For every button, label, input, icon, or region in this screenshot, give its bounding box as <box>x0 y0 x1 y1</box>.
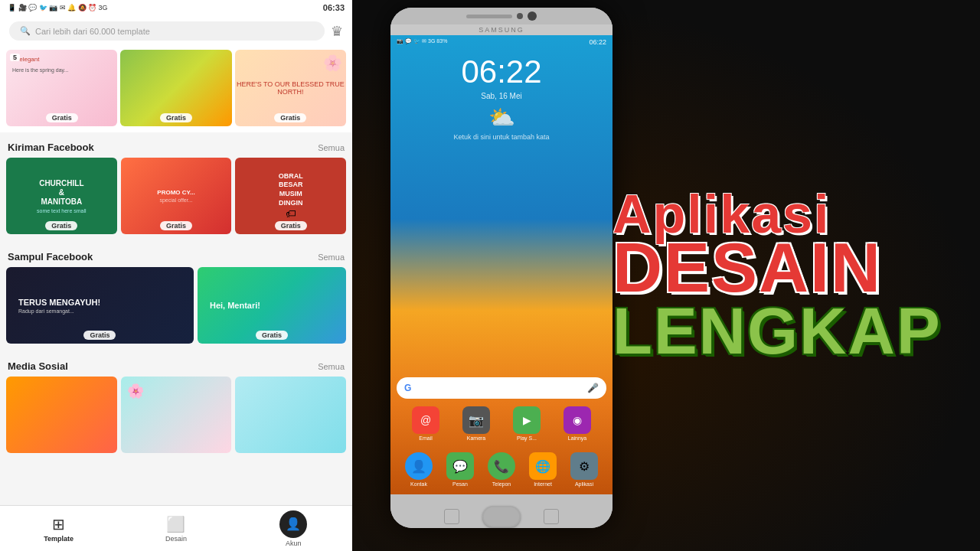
lock-icon-3g: 3G <box>428 38 435 44</box>
ms-card-3[interactable] <box>235 377 346 453</box>
sampul-facebook-cards: TERUS MENGAYUH! Radup dari semangat... G… <box>0 267 352 351</box>
pesan-label: Pesan <box>452 481 468 487</box>
desain-icon: ⬜ <box>166 515 185 533</box>
telepon-symbol: 📞 <box>494 459 509 474</box>
top-thumbnails-row: 5 ✿ elegant Here is the spring day... Gr… <box>0 47 352 132</box>
thumb-badge-2: Gratis <box>160 113 192 122</box>
lock-status-bar: 📷 💬 🐦 ✉ 3G 83% 06:22 <box>390 35 612 47</box>
playstore-symbol: ▶ <box>523 414 531 426</box>
nav-template[interactable]: ⊞ Template <box>0 515 117 543</box>
sampul-facebook-header: Sampul Facebook Semua <box>0 242 352 267</box>
kamera-symbol: 📷 <box>469 413 484 428</box>
lock-time-small: 06:22 <box>589 38 606 46</box>
lock-battery: 83% <box>436 38 447 44</box>
kiriman-facebook-semua[interactable]: Semua <box>318 143 345 152</box>
status-bar: 📱 🎥 💬 🐦 📷 ✉ 🔔 🔕 ⏰ 3G 06:33 <box>0 0 352 15</box>
search-input-wrap[interactable]: 🔍 Cari lebih dari 60.000 template <box>9 21 325 41</box>
template-scroll[interactable]: 5 ✿ elegant Here is the spring day... Gr… <box>0 47 352 494</box>
fb-card-3[interactable]: OBRALBESARMUSIMDINGIN 🏷 Gratis <box>235 158 346 234</box>
app-icons-row: @ Email 📷 Kamera ▶ Play S. <box>397 406 606 441</box>
akun-circle: 👤 <box>279 510 307 538</box>
sf-card-1-inner: TERUS MENGAYUH! Radup dari semangat... <box>12 273 188 337</box>
dock-kontak[interactable]: 👤 Kontak <box>405 452 433 487</box>
aplikasi-label: Aplikasi <box>575 481 593 487</box>
aplikasi-symbol: ⚙ <box>579 459 590 474</box>
menu-button[interactable] <box>544 509 559 524</box>
app-email[interactable]: @ Email <box>412 406 439 441</box>
app-playstore[interactable]: ▶ Play S... <box>513 406 541 441</box>
pesan-symbol: 💬 <box>452 459 468 474</box>
samsung-device: SAMSUNG 📷 💬 🐦 ✉ 3G 83% 06:22 06:22 Sab, … <box>390 8 612 528</box>
ketuk-text: Ketuk di sini untuk tambah kata <box>390 133 612 141</box>
fb-card-3-text: OBRALBESARMUSIMDINGIN <box>279 172 303 208</box>
kontak-symbol: 👤 <box>411 459 426 474</box>
kamera-label: Kamera <box>467 435 486 441</box>
playstore-icon: ▶ <box>513 406 541 434</box>
dock-pesan[interactable]: 💬 Pesan <box>446 452 474 487</box>
dock-aplikasi[interactable]: ⚙ Aplikasi <box>570 452 598 487</box>
dock-internet[interactable]: 🌐 Internet <box>529 452 557 487</box>
floral-icon: 🌸 <box>323 54 342 72</box>
samsung-top-bar <box>390 8 612 24</box>
thumb-badge-1: Gratis <box>46 113 78 122</box>
sf-card-2[interactable]: Hei, Mentari! Gratis <box>198 267 346 344</box>
media-sosial-semua[interactable]: Semua <box>318 362 345 371</box>
sf-card-1-sub: Radup dari semangat... <box>18 308 181 314</box>
sf-card-1[interactable]: TERUS MENGAYUH! Radup dari semangat... G… <box>6 267 194 344</box>
bottom-nav: ⊞ Template ⬜ Desain 👤 Akun <box>0 505 352 551</box>
google-g-logo: G <box>404 383 411 393</box>
back-button[interactable] <box>444 509 459 524</box>
right-panel: SAMSUNG 📷 💬 🐦 ✉ 3G 83% 06:22 06:22 Sab, … <box>352 0 980 551</box>
speaker-grille <box>466 15 512 18</box>
ms-card-2-inner: 🌸 <box>121 377 232 406</box>
kamera-icon: 📷 <box>462 406 490 434</box>
thumb-card-3[interactable]: HERE'S TO OUR BLESSED TRUE NORTH! 🌸 Grat… <box>235 50 346 126</box>
internet-symbol: 🌐 <box>535 459 550 474</box>
thumb-badge-num: 5 <box>10 54 20 61</box>
front-camera <box>517 13 523 19</box>
fb-card-2-text: PROMO CY... <box>157 189 194 196</box>
search-placeholder: Cari lebih dari 60.000 template <box>35 27 150 36</box>
nav-desain-label: Desain <box>165 535 187 543</box>
other-icon: ◉ <box>564 406 591 434</box>
google-search-bar[interactable]: G 🎤 <box>397 377 606 399</box>
nav-akun[interactable]: 👤 Akun <box>235 510 352 547</box>
sampul-facebook-semua[interactable]: Semua <box>318 253 345 262</box>
ms-card-1[interactable] <box>6 377 117 453</box>
media-sosial-title: Media Sosial <box>8 360 68 372</box>
fb-card-2-badge: Gratis <box>160 221 192 230</box>
sampul-facebook-title: Sampul Facebook <box>8 251 93 262</box>
internet-label: Internet <box>534 481 552 487</box>
nav-desain[interactable]: ⬜ Desain <box>117 515 234 543</box>
thumb-card-2[interactable]: Gratis <box>120 50 231 126</box>
samsung-bottom <box>390 494 612 528</box>
tag-icon: 🏷 <box>286 207 296 220</box>
kiriman-facebook-title: Kiriman Facebook <box>8 142 94 153</box>
kontak-label: Kontak <box>410 481 427 487</box>
sf-card-1-title: TERUS MENGAYUH! <box>18 298 181 307</box>
sf-card-2-badge: Gratis <box>256 331 288 340</box>
app-other[interactable]: ◉ Lainnya <box>564 406 591 441</box>
app-kamera[interactable]: 📷 Kamera <box>462 406 490 441</box>
fb-card-1[interactable]: CHURCHILL&MANITOBA some text here small … <box>6 158 117 234</box>
sf-card-2-title: Hei, Mentari! <box>210 301 334 310</box>
home-button[interactable] <box>482 506 521 527</box>
thumb-badge-3: Gratis <box>274 113 306 122</box>
dock-area: 👤 Kontak 💬 Pesan 📞 Telepon <box>390 452 612 487</box>
dock-telepon[interactable]: 📞 Telepon <box>488 452 515 487</box>
thumb-card-1[interactable]: 5 ✿ elegant Here is the spring day... Gr… <box>6 50 117 126</box>
lock-icon-mail: ✉ <box>422 38 426 44</box>
lock-status-icons: 📷 💬 🐦 ✉ 3G 83% <box>397 38 447 44</box>
telepon-icon: 📞 <box>488 452 515 480</box>
front-camera-2 <box>528 11 537 21</box>
fb-card-3-badge: Gratis <box>275 221 307 230</box>
nav-template-label: Template <box>44 535 74 543</box>
fb-card-2[interactable]: PROMO CY... special offer... Gratis <box>121 158 232 234</box>
app-area: G 🎤 @ Email 📷 Kamera <box>390 377 612 441</box>
flower-icon: 🌸 <box>127 383 144 399</box>
aplikasi-icon: ⚙ <box>570 452 598 480</box>
ms-card-2[interactable]: 🌸 <box>121 377 232 453</box>
fb-card-1-badge: Gratis <box>45 221 77 230</box>
crown-icon[interactable]: ♛ <box>331 23 343 40</box>
search-icon: 🔍 <box>20 26 31 36</box>
